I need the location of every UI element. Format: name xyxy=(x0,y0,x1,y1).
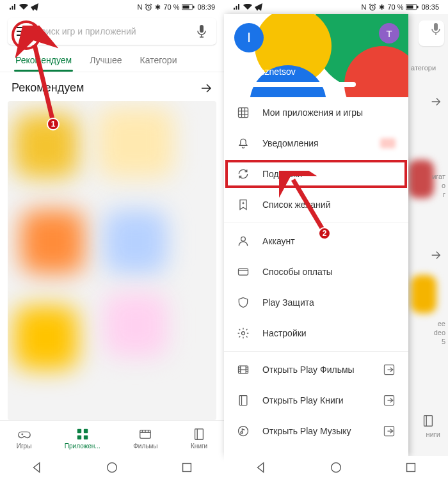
drawer-header[interactable]: I T Ivan Kuznetsov xyxy=(224,14,408,97)
wifi-icon xyxy=(243,4,252,10)
bluetooth-icon: ✱ xyxy=(155,3,161,12)
telegram-icon xyxy=(255,3,262,11)
battery-icon xyxy=(182,4,195,10)
android-nav-bar xyxy=(0,456,224,479)
hamburger-menu-button[interactable] xyxy=(13,22,32,41)
nav-back-button[interactable] xyxy=(254,460,268,475)
svg-point-28 xyxy=(241,432,243,434)
nav-home-button[interactable] xyxy=(105,460,119,475)
svg-rect-3 xyxy=(193,6,195,8)
arrow-right-icon xyxy=(200,82,212,95)
menu-notifications[interactable]: Уведомления xyxy=(224,128,408,159)
nav-back-button[interactable] xyxy=(30,460,44,475)
wifi-icon xyxy=(19,4,28,10)
menu-open-books[interactable]: Открыть Play Книги xyxy=(224,385,408,416)
bottom-nav: Игры Приложен... Фильмы Книги xyxy=(0,420,224,456)
nav-movies[interactable]: Фильмы xyxy=(133,427,157,450)
phone-right: N ✱ 70 % 08:35 атегори игат о г ее deo 5… xyxy=(224,0,448,479)
nav-home-button[interactable] xyxy=(329,460,343,475)
bell-icon xyxy=(237,137,250,150)
menu-settings[interactable]: Настройки xyxy=(224,318,408,349)
person-icon xyxy=(237,235,250,247)
alarm-icon xyxy=(369,3,376,11)
nfc-icon: N xyxy=(361,3,366,11)
menu-my-apps[interactable]: Мои приложения и игры xyxy=(224,97,408,128)
svg-point-20 xyxy=(241,237,246,241)
section-header[interactable]: Рекомендуем xyxy=(0,72,224,101)
music-icon xyxy=(237,425,250,437)
shield-icon xyxy=(237,296,250,309)
avatar-primary[interactable]: I xyxy=(234,23,264,52)
movie-icon xyxy=(237,363,250,376)
signal-icon xyxy=(233,4,241,10)
menu-open-music[interactable]: Открыть Play Музыку xyxy=(224,416,408,446)
battery-text: 70 % xyxy=(387,3,403,11)
svg-rect-17 xyxy=(434,23,438,31)
launch-icon xyxy=(383,394,396,407)
account-email-censored xyxy=(234,82,356,87)
svg-point-27 xyxy=(239,427,248,436)
svg-rect-8 xyxy=(84,436,88,439)
search-input[interactable] xyxy=(32,26,192,36)
nav-apps[interactable]: Приложен... xyxy=(65,427,100,450)
arrow-right-icon xyxy=(430,249,442,261)
annotation-step-badge: 1 xyxy=(47,118,60,130)
menu-open-movies[interactable]: Открыть Play Фильмы xyxy=(224,354,408,385)
tab-best[interactable]: Лучшее xyxy=(88,51,123,72)
svg-rect-15 xyxy=(407,6,413,9)
nav-recents-button[interactable] xyxy=(180,460,194,475)
menu-protect[interactable]: Play Защита xyxy=(224,287,408,318)
arrow-right-icon xyxy=(430,96,442,107)
nav-games[interactable]: Игры xyxy=(17,427,32,450)
menu-account[interactable]: Аккаунт xyxy=(224,226,408,256)
book-icon xyxy=(237,394,250,407)
nav-books[interactable]: Книги xyxy=(191,427,207,450)
time-text: 08:35 xyxy=(421,3,439,11)
account-name: Ivan Kuznetsov xyxy=(234,67,296,77)
svg-rect-12 xyxy=(182,464,191,472)
category-tabs: Рекомендуем Лучшее Категори xyxy=(0,47,224,72)
svg-point-30 xyxy=(332,463,341,473)
menu-subscriptions[interactable]: Подписки xyxy=(224,159,408,189)
battery-text: 70 % xyxy=(163,3,179,11)
svg-rect-7 xyxy=(77,436,81,439)
card-icon xyxy=(237,265,250,278)
drawer-menu-list: Мои приложения и игры Уведомления Подпис… xyxy=(224,97,408,456)
svg-rect-21 xyxy=(239,269,248,275)
bookmark-add-icon xyxy=(237,198,250,211)
svg-rect-25 xyxy=(239,396,247,405)
annotation-step-badge: 2 xyxy=(318,227,331,240)
svg-rect-18 xyxy=(424,416,433,427)
book-icon xyxy=(421,414,435,428)
nfc-icon: N xyxy=(137,3,142,11)
menu-payment[interactable]: Способы оплаты xyxy=(224,256,408,287)
svg-rect-19 xyxy=(239,108,248,118)
launch-icon xyxy=(383,425,396,437)
menu-wishlist[interactable]: Список желаний xyxy=(224,189,408,220)
app-grid-blurred xyxy=(8,101,216,420)
tab-categories[interactable]: Категори xyxy=(139,51,179,72)
gamepad-icon xyxy=(17,427,31,441)
hamburger-icon xyxy=(17,27,28,36)
gear-icon xyxy=(237,327,250,340)
svg-rect-5 xyxy=(77,429,81,433)
nav-recents-button[interactable] xyxy=(404,460,418,475)
avatar-secondary[interactable]: T xyxy=(379,23,399,43)
launch-icon xyxy=(383,363,396,376)
apps-grid-icon xyxy=(76,427,90,441)
svg-rect-4 xyxy=(200,25,204,33)
movie-icon xyxy=(138,427,152,441)
tab-recommended[interactable]: Рекомендуем xyxy=(14,51,73,72)
voice-search-button[interactable] xyxy=(192,25,211,38)
status-bar: N ✱ 70 % 08:39 xyxy=(0,0,224,14)
android-nav-bar xyxy=(224,456,448,479)
navigation-drawer: I T Ivan Kuznetsov Мои приложения и игры… xyxy=(224,14,408,456)
bluetooth-icon: ✱ xyxy=(379,3,385,12)
signal-icon xyxy=(9,4,17,10)
time-text: 08:39 xyxy=(197,3,215,11)
annotation-notification-dot xyxy=(33,24,36,27)
svg-rect-6 xyxy=(84,429,88,433)
svg-point-22 xyxy=(242,332,245,335)
status-bar: N ✱ 70 % 08:35 xyxy=(224,0,448,14)
search-bar[interactable] xyxy=(8,18,216,45)
